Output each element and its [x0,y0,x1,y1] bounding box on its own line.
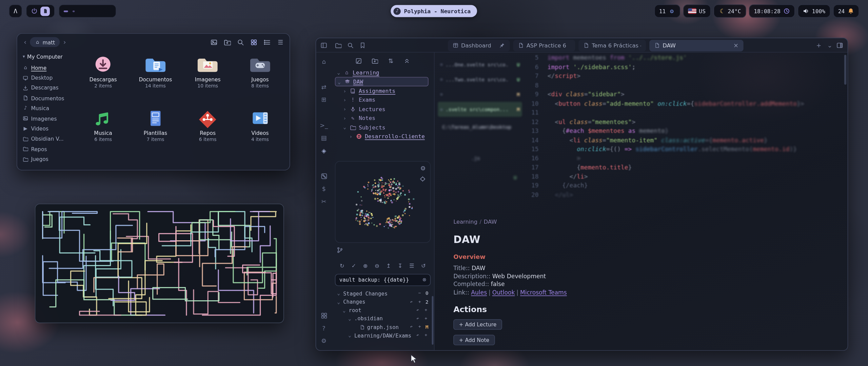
notifications-module[interactable]: 24 [833,4,859,18]
tab-list-icon[interactable]: ⌄ [827,42,833,49]
workspaces-widget[interactable] [26,4,55,18]
search-panel-icon[interactable] [347,42,354,49]
explorer-item-daw[interactable]: ⌄DAW [335,77,429,87]
media-widget[interactable]: ♪ Polyphia - Neurotica [391,5,477,17]
git-refresh2-icon[interactable]: ↺ [420,263,427,269]
chevron-right-icon[interactable]: › [349,134,353,139]
folder-imagenes[interactable]: Imagenes10 items [182,55,234,108]
ribbon-terminal-icon[interactable]: >_ [320,122,327,129]
menu-icon[interactable]: ☰ [277,38,284,45]
sidebar-item-obsidian-v[interactable]: Obsidian V... [23,134,76,144]
folder-documentos[interactable]: Documentos14 items [129,55,181,108]
git-action-undo-icon[interactable]: ↶ [415,308,420,313]
git-action-undo-icon[interactable]: ↶ [415,333,420,338]
ribbon-calendar-icon[interactable] [320,109,327,116]
explorer-item-assignments[interactable]: ›Assignments [335,86,431,96]
git-push-icon[interactable]: ↥ [386,263,392,269]
ribbon-search-icon[interactable] [320,71,327,78]
folder-videos[interactable]: Videos4 items [234,108,286,162]
chevron-down-icon[interactable]: ⌄ [338,79,341,84]
sidebar-item-descargas[interactable]: Descargas [23,83,76,93]
chevron-right-icon[interactable]: › [343,88,347,94]
pictures-icon[interactable] [210,38,217,45]
ribbon-home-icon[interactable]: ⌂ [320,58,327,65]
link-aules[interactable]: Aules [471,288,487,295]
close-tab-icon[interactable]: × [733,42,738,49]
ribbon-dice-icon[interactable] [320,172,327,180]
git-item-root[interactable]: ⌄root↶+ [335,306,431,314]
sidebar-header[interactable]: ▾ My Computer [23,54,76,60]
panel-scrollbar[interactable] [432,296,433,345]
git-action-undo-icon[interactable]: ↶ [409,325,414,330]
clear-icon[interactable]: ⊗ [422,276,426,283]
git-refresh-icon[interactable]: ↻ [339,263,345,269]
chevron-right-icon[interactable]: › [343,106,347,112]
git-list-icon[interactable]: ☰ [409,263,415,269]
git-item-obsidian[interactable]: ⌄.obsidian↶+ [335,314,431,323]
ribbon-note-icon[interactable]: ▤ [320,135,327,142]
sidebar-item-desktop[interactable]: Desktop [23,73,76,83]
note-breadcrumb[interactable]: Learning/DAW [453,219,819,225]
git-action-plus-icon[interactable]: + [423,308,429,313]
explorer-item-learning[interactable]: ⌄⌂Learning [335,68,431,77]
search-icon[interactable] [237,38,244,45]
git-action-undo-icon[interactable]: ↶ [415,316,420,321]
git-action-plus-icon[interactable]: + [423,333,429,338]
git-unstage-icon[interactable]: ⊖ [374,263,380,269]
git-item-staged-changes[interactable]: ⌄Staged Changes−0 [335,289,431,298]
ribbon-scissors-icon[interactable]: ✂ [320,198,327,205]
sidebar-item-home[interactable]: ⌂Home [23,62,76,73]
commit-message-input[interactable]: vault backup: {{date}} ⊗ [335,274,431,286]
sidebar-item-repos[interactable]: Repos [23,144,76,154]
breadcrumb[interactable]: ⌂ matt [30,37,60,47]
editor-scrollbar[interactable] [844,55,847,85]
new-folder-icon[interactable] [224,38,231,45]
breadcrumb-part[interactable]: DAW [484,219,497,225]
grid-view-icon[interactable] [250,38,257,45]
ribbon-swap-icon[interactable]: ⇄ [320,84,327,91]
sidebar-toggle-icon[interactable] [320,42,327,49]
ribbon-help-icon[interactable]: ? [320,325,327,332]
git-action-undo-icon[interactable]: ↶ [409,299,414,304]
weather-module[interactable]: ☾24°C [713,4,746,18]
clock-module[interactable]: 18:08:28 [749,4,795,18]
folder-descargas[interactable]: Descargas2 items [77,55,129,108]
chevron-icon[interactable]: ⌄ [348,316,352,321]
back-button[interactable]: ‹ [23,38,27,46]
taskbar-widget[interactable] [59,4,116,18]
new-tab-icon[interactable]: + [815,42,822,49]
folder-plantillas[interactable]: Plantillas7 items [129,108,181,162]
collapse-icon[interactable] [403,58,410,64]
sort-icon[interactable]: ⇅ [388,58,394,64]
ribbon-dollar-icon[interactable]: $ [320,185,327,192]
git-branch-icon[interactable] [337,247,343,253]
ribbon-settings-icon[interactable]: ⚙ [320,338,327,345]
volume-module[interactable]: 100% [797,4,830,18]
button-add-note[interactable]: + Add Note [453,335,495,345]
sidebar-item-juegos[interactable]: Juegos [23,154,76,164]
ribbon-vault-icon[interactable] [320,312,327,319]
chevron-icon[interactable]: ⌄ [337,291,341,296]
graph-settings-icon[interactable]: ⚙ [420,165,426,171]
git-stage-icon[interactable]: ⊕ [362,263,369,269]
git-item-changes[interactable]: ⌄Changes↶+2 [335,298,431,306]
git-item-learning-daw-exams[interactable]: ⌄Learning/DAW/Exams↶+ [335,331,431,340]
keyboard-layout-module[interactable]: US [683,4,711,18]
chevron-down-icon[interactable]: ⌄ [343,125,347,130]
git-check-icon[interactable]: ✓ [351,263,357,269]
graph-focus-icon[interactable] [420,176,426,182]
tab-tema-6-pr-cticas[interactable]: Tema 6 Prácticas -... [578,40,646,51]
sidebar-item-videos[interactable]: ▶Videos [23,124,76,134]
chevron-icon[interactable]: ⌄ [337,299,341,304]
git-item-graph-json[interactable]: graph.json↶+M [335,323,431,331]
forward-button[interactable]: › [62,38,67,46]
chevron-right-icon[interactable]: › [343,97,347,103]
split-layout-icon[interactable] [836,42,843,49]
ribbon-gem-icon[interactable]: ◈ [320,147,327,154]
explorer-item-exams[interactable]: ›!Exams [335,96,431,105]
launcher-button[interactable]: Λ [9,4,22,18]
tab-daw[interactable]: DAW× [649,40,744,51]
folder-juegos[interactable]: Juegos8 items [234,55,286,108]
sidebar-item-musica[interactable]: ♪Musica [23,103,76,114]
git-pull-icon[interactable]: ↧ [397,263,403,269]
